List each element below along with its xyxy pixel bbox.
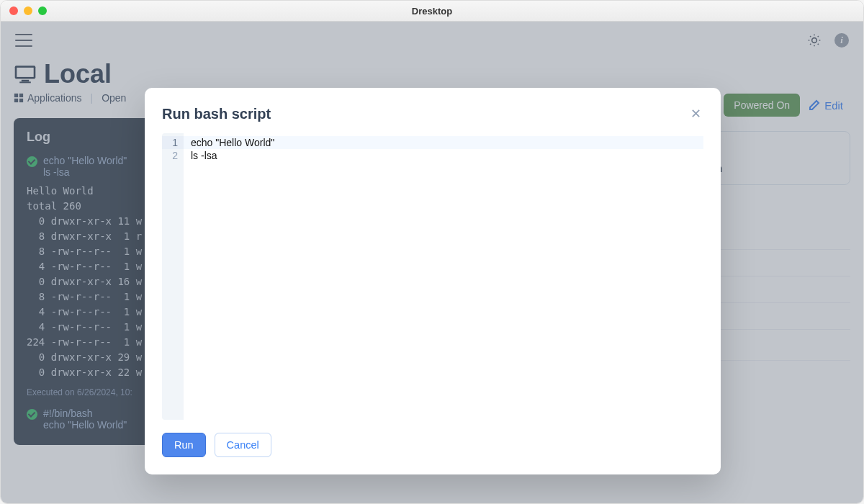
window-maximize-button[interactable]	[38, 6, 47, 15]
window-minimize-button[interactable]	[24, 6, 32, 15]
editor-code-area[interactable]: echo "Hello World" ls -lsa	[184, 133, 703, 420]
close-icon	[691, 109, 701, 118]
cancel-button[interactable]: Cancel	[215, 433, 271, 457]
run-script-modal: Run bash script 1 2 echo "Hello World" l…	[145, 88, 721, 474]
window-title: Dresktop	[412, 6, 452, 17]
title-bar: Dresktop	[1, 1, 863, 22]
run-button[interactable]: Run	[162, 433, 206, 457]
window-close-button[interactable]	[9, 6, 18, 15]
modal-title: Run bash script	[162, 106, 271, 122]
modal-close-button[interactable]	[688, 105, 703, 123]
editor-gutter: 1 2	[162, 133, 184, 420]
script-editor[interactable]: 1 2 echo "Hello World" ls -lsa	[162, 133, 703, 420]
